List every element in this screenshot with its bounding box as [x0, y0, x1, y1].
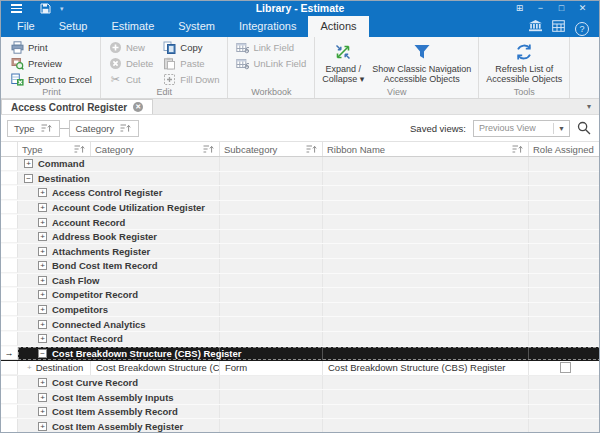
close-icon[interactable]: ✕ [572, 1, 593, 16]
row-indicator [1, 419, 18, 432]
ribbon-button-fill-down[interactable]: Fill Down [158, 71, 224, 87]
group-row-contact-record[interactable]: +Contact Record [1, 332, 599, 347]
ribbon-tab-estimate[interactable]: Estimate [99, 16, 166, 37]
column-header-label: Role Assigned [533, 144, 594, 155]
group-row-label: Competitors [52, 304, 108, 315]
quick-access-caret-icon[interactable]: ▾ [60, 5, 64, 13]
sort-icon [40, 122, 53, 135]
column-header-type[interactable]: Type [18, 142, 91, 156]
ribbon: PrintPreviewExport to ExcelPrintNewDelet… [1, 37, 599, 99]
saved-views-select[interactable]: Previous View ▼ [473, 120, 570, 137]
collapse-icon[interactable]: − [24, 174, 33, 183]
group-chip-category[interactable]: Category [69, 120, 140, 137]
sort-icon [119, 122, 132, 135]
row-indicator [1, 390, 18, 404]
cell-ribbon-name [323, 230, 529, 244]
expand-icon[interactable]: + [38, 334, 47, 343]
expand-icon[interactable]: + [38, 320, 47, 329]
column-header-role-assigned[interactable]: Role Assigned [529, 142, 599, 156]
quick-save-icon[interactable] [40, 3, 51, 14]
expand-icon[interactable]: + [38, 378, 47, 387]
group-row-cost-breakdown-structure-cbs-register[interactable]: →−Cost Breakdown Structure (CBS) Registe… [1, 347, 599, 362]
ribbon-button-copy[interactable]: Copy [158, 39, 224, 55]
group-row-competitors[interactable]: +Competitors [1, 303, 599, 318]
ribbon-tab-system[interactable]: System [166, 16, 227, 37]
ribbon-button-delete[interactable]: Delete [104, 55, 158, 71]
data-row[interactable]: +DestinationCost Breakdown Structure (CB… [1, 361, 599, 376]
ribbon-tab-setup[interactable]: Setup [47, 16, 100, 37]
minimize-icon[interactable]: − [530, 1, 551, 16]
ribbon-button-link-field[interactable]: Link Field [231, 39, 311, 55]
ribbon-tab-actions[interactable]: Actions [308, 16, 368, 37]
expand-icon[interactable]: + [38, 232, 47, 241]
expand-collapse-icon [332, 41, 354, 63]
chevron-down-icon[interactable]: ▼ [553, 123, 567, 134]
search-icon[interactable] [577, 121, 591, 135]
group-row-access-control-register[interactable]: +Access Control Register [1, 186, 599, 201]
ribbon-tab-integrations[interactable]: Integrations [227, 16, 308, 37]
column-header-subcategory[interactable]: Subcategory [220, 142, 323, 156]
column-header-category[interactable]: Category [91, 142, 220, 156]
expand-icon[interactable]: + [38, 203, 47, 212]
cell-category [91, 157, 220, 171]
ribbon-group-tools: Refresh List ofAccessible ObjectsTools [479, 37, 570, 98]
ribbon-button-export-to-excel[interactable]: Export to Excel [6, 71, 97, 87]
role-assigned-checkbox[interactable] [560, 362, 571, 373]
expand-icon[interactable]: + [38, 276, 47, 285]
group-chip-type[interactable]: Type [7, 120, 60, 137]
expand-icon[interactable]: + [38, 247, 47, 256]
cell-ribbon-name [323, 376, 529, 390]
expand-icon[interactable]: + [38, 305, 47, 314]
group-row-cash-flow[interactable]: +Cash Flow [1, 274, 599, 289]
ribbon-tab-file[interactable]: File [5, 16, 47, 37]
group-row-cost-curve-record[interactable]: +Cost Curve Record [1, 376, 599, 391]
help-icon[interactable]: ? [575, 18, 589, 36]
expand-icon[interactable]: + [38, 290, 47, 299]
ribbon-button-expand-collapse[interactable]: Expand /Collapse ▾ [318, 39, 368, 85]
group-row-command[interactable]: +Command [1, 157, 599, 172]
group-row-account-code-utilization-register[interactable]: +Account Code Utilization Register [1, 201, 599, 216]
group-row-competitor-record[interactable]: +Competitor Record [1, 288, 599, 303]
workspace-grid-icon[interactable] [552, 18, 565, 36]
group-row-address-book-register[interactable]: +Address Book Register [1, 230, 599, 245]
collapse-icon[interactable]: − [38, 349, 47, 358]
group-row-bond-cost-item-record[interactable]: +Bond Cost Item Record [1, 259, 599, 274]
cell-subcategory [220, 201, 323, 215]
expand-icon[interactable]: + [38, 188, 47, 197]
expand-icon[interactable]: + [38, 393, 47, 402]
expand-icon[interactable]: + [27, 364, 32, 372]
ribbon-button-cut[interactable]: ✂Cut [104, 71, 158, 87]
expand-icon[interactable]: + [38, 218, 47, 227]
group-row-account-record[interactable]: +Account Record [1, 215, 599, 230]
ribbon-button-unlink-field[interactable]: UnLink Field [231, 55, 311, 71]
group-row-attachments-register[interactable]: +Attachments Register [1, 244, 599, 259]
group-row-connected-analytics[interactable]: +Connected Analytics [1, 317, 599, 332]
group-row-cost-item-assembly-record[interactable]: +Cost Item Assembly Record [1, 405, 599, 420]
ribbon-button-show-classic-navigation-accessible-objects[interactable]: Show Classic NavigationAccessible Object… [368, 39, 475, 85]
maximize-icon[interactable]: □ [551, 1, 572, 16]
ribbon-button-print[interactable]: Print [6, 39, 97, 55]
app-menu-icon[interactable] [11, 4, 22, 13]
group-row-destination[interactable]: −Destination [1, 172, 599, 187]
expand-icon[interactable]: + [38, 261, 47, 270]
cell-role-assigned [529, 215, 599, 229]
ribbon-button-refresh-list-of-accessible-objects[interactable]: Refresh List ofAccessible Objects [482, 39, 566, 85]
cell-subcategory [220, 376, 323, 390]
expand-icon[interactable]: + [38, 407, 47, 416]
expand-icon[interactable]: + [24, 159, 33, 168]
ribbon-button-paste[interactable]: Paste [158, 55, 224, 71]
column-header-ribbon-name[interactable]: Ribbon Name [323, 142, 529, 156]
ribbon-options-icon[interactable]: ⊞ [509, 1, 530, 16]
ribbon-button-preview[interactable]: Preview [6, 55, 97, 71]
close-tab-icon[interactable]: ✕ [133, 102, 143, 112]
group-row-cost-item-assembly-register[interactable]: +Cost Item Assembly Register [1, 419, 599, 432]
library-icon[interactable] [529, 18, 542, 36]
expand-icon[interactable]: + [38, 422, 47, 431]
group-row-cost-item-assembly-inputs[interactable]: +Cost Item Assembly Inputs [1, 390, 599, 405]
tab-list-caret-icon[interactable]: ▾ [587, 102, 591, 111]
cell-category: Cost Breakdown Structure (CBS) Register [91, 361, 220, 375]
ribbon-button-label: Preview [28, 58, 62, 69]
tab-access-control-register[interactable]: Access Control Register ✕ [1, 99, 153, 114]
cell-subcategory [220, 215, 323, 229]
ribbon-button-new[interactable]: New [104, 39, 158, 55]
